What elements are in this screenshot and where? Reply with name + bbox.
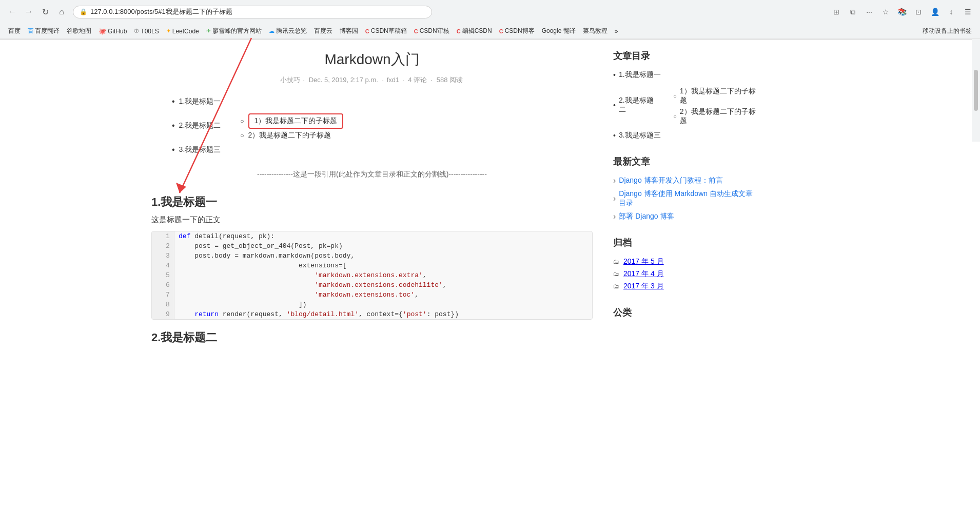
bookmark-github[interactable]: 🐙GitHub: [95, 27, 130, 36]
home-button[interactable]: ⌂: [54, 5, 69, 19]
archive-link-3[interactable]: 2017 年 3 月: [623, 282, 664, 291]
nav-buttons: ← → ↻ ⌂: [5, 5, 69, 19]
account-button[interactable]: 👤: [928, 5, 942, 19]
browser-chrome: ← → ↻ ⌂ 🔒 ⊞ ⧉ ··· ☆ 📚 ⊡ 👤 ↕ ☰ 百度 百百度翻译 谷…: [0, 0, 980, 40]
bookmark-edit-csdn[interactable]: C编辑CSDN: [454, 26, 495, 36]
line-num-9: 9: [152, 309, 174, 319]
code-line-9: return render(request, 'blog/detail.html…: [174, 309, 592, 319]
refresh-button[interactable]: ↻: [38, 5, 52, 19]
bookmark-baidu-translate[interactable]: 百百度翻译: [25, 26, 63, 36]
author-link[interactable]: fxd1: [387, 76, 400, 84]
bookmark-csdn-review[interactable]: CCSDN审核: [411, 26, 453, 36]
toc-item-1: 1.我是标题一: [172, 97, 572, 106]
bookmark-t00ls[interactable]: ⑦T00LS: [131, 27, 162, 36]
bookmark-mobile[interactable]: 移动设备上的书签: [919, 26, 975, 36]
code-line-row: 4 extensions=[: [152, 261, 592, 270]
bookmark-tencent[interactable]: ☁腾讯云总览: [266, 26, 310, 36]
archive-icon-2: 🗂: [613, 270, 619, 278]
archive-link-2[interactable]: 2017 年 4 月: [623, 269, 664, 279]
archive-icon-3: 🗂: [613, 283, 619, 290]
bookmark-baidu[interactable]: 百度: [5, 26, 24, 36]
forward-button[interactable]: →: [22, 5, 36, 19]
star-button[interactable]: ☆: [878, 5, 893, 19]
archive-link-1[interactable]: 2017 年 5 月: [623, 257, 664, 266]
library-button[interactable]: 📚: [895, 5, 909, 19]
sidebar-toc-item-3: 3.我是标题三: [613, 131, 757, 140]
toc-item-2-1: 1）我是标题二下的子标题: [240, 113, 343, 129]
bookmark-more[interactable]: »: [612, 27, 621, 36]
sidebar-toc-item-2-1: 1）我是标题二下的子标题: [673, 87, 757, 105]
back-button[interactable]: ←: [5, 5, 19, 19]
extensions-button[interactable]: ⊞: [829, 5, 844, 19]
bookmark-bokeyuan[interactable]: 博客园: [337, 26, 361, 36]
bookmark-google-maps[interactable]: 谷歌地图: [64, 26, 94, 36]
bookmark-csdn-blog[interactable]: CCSDN博客: [496, 26, 538, 36]
overflow-button[interactable]: ☰: [961, 5, 975, 19]
code-line-6: 'markdown.extensions.codehilite',: [174, 280, 592, 290]
sidebar-toc-title: 文章目录: [613, 50, 757, 64]
read-count: 588 阅读: [437, 76, 463, 84]
code-line-row: 3 post.body = markdown.markdown(post.bod…: [152, 251, 592, 261]
meta-separator-3: ·: [402, 76, 406, 84]
meta-separator-4: ·: [431, 76, 435, 84]
menu-button[interactable]: ···: [862, 5, 876, 19]
sidebar-categories-section: 公类: [613, 306, 757, 321]
toc-link-2-2[interactable]: 2）我是标题二下的子标题: [248, 131, 331, 140]
sidebar-archives-title: 归档: [613, 237, 757, 251]
sidebar-toc-link-3[interactable]: 3.我是标题三: [619, 131, 661, 140]
meta-separator-1: ·: [303, 76, 306, 84]
sidebar-toc-item-2-2: 2）我是标题二下的子标题: [673, 107, 757, 126]
code-line-row: 6 'markdown.extensions.codehilite',: [152, 280, 592, 290]
section-2-title: 2.我是标题二: [151, 330, 593, 345]
sync-button[interactable]: ↕: [944, 5, 958, 19]
article-date: Dec. 5, 2019, 2:17 p.m.: [309, 76, 378, 84]
toc-link-3[interactable]: 3.我是标题三: [179, 145, 221, 154]
toc-link-2[interactable]: 2.我是标题二: [179, 121, 221, 130]
archive-icon-1: 🗂: [613, 258, 619, 265]
toc-link-2-1[interactable]: 1）我是标题二下的子标题: [254, 116, 338, 125]
sidebar-toc-link-2[interactable]: 2.我是标题二: [619, 96, 658, 114]
recent-article-link-2[interactable]: Django 博客使用 Markdown 自动生成文章目录: [619, 189, 757, 208]
address-input[interactable]: [90, 8, 425, 16]
bookmark-liao[interactable]: ✈廖雪峰的官方网站: [203, 26, 265, 36]
section-1-text: 这是标题一下的正文: [151, 215, 593, 225]
toc-item-3: 3.我是标题三: [172, 145, 572, 154]
code-line-row: 2 post = get_object_or_404(Post, pk=pk): [152, 241, 592, 251]
toc-link-1[interactable]: 1.我是标题一: [179, 97, 221, 106]
bookmark-runoob[interactable]: 菜鸟教程: [580, 26, 611, 36]
recent-article-link-1[interactable]: Django 博客开发入门教程：前言: [619, 176, 722, 185]
code-line-row: 5 'markdown.extensions.extra',: [152, 270, 592, 280]
code-line-3: post.body = markdown.markdown(post.body,: [174, 251, 592, 261]
article-toc: 1.我是标题一 2.我是标题二 1）我是标题二下的子标题 2）我是标题二下的子标…: [172, 97, 572, 154]
bookmark-google-translate[interactable]: Google 翻译: [539, 26, 579, 36]
divider-quote: ---------------这是一段引用(此处作为文章目录和正文的分割线)--…: [151, 165, 593, 184]
address-bar-container[interactable]: 🔒: [73, 6, 432, 18]
split-view-button[interactable]: ⧉: [846, 5, 860, 19]
sidebar-toc-link-2-1[interactable]: 1）我是标题二下的子标题: [680, 87, 757, 105]
recent-article-3: 部署 Django 博客: [613, 212, 757, 221]
sidebar-toc-link-2-2[interactable]: 2）我是标题二下的子标题: [680, 107, 757, 126]
section-1-title: 1.我是标题一: [151, 194, 593, 210]
sidebar-toc-item-2: 2.我是标题二 1）我是标题二下的子标题 2）我是标题二下的子标题: [613, 83, 757, 128]
toc-item-2: 2.我是标题二 1）我是标题二下的子标题 2）我是标题二下的子标题: [172, 109, 572, 142]
archive-item-3: 🗂 2017 年 3 月: [613, 282, 757, 291]
code-line-2: post = get_object_or_404(Post, pk=pk): [174, 241, 592, 251]
main-content: Markdown入门 小技巧 · Dec. 5, 2019, 2:17 p.m.…: [151, 50, 593, 350]
line-num-5: 5: [152, 270, 174, 280]
recent-article-2: Django 博客使用 Markdown 自动生成文章目录: [613, 189, 757, 208]
sidebar-toc-section: 文章目录 1.我是标题一 2.我是标题二 1）我是标题二下的子标题 2）我是标题…: [613, 50, 757, 140]
browser-toolbar-right: ⊞ ⧉ ··· ☆ 📚 ⊡ 👤 ↕ ☰: [829, 5, 975, 19]
bookmark-leetcode[interactable]: ✦LeetCode: [163, 27, 202, 36]
containers-button[interactable]: ⊡: [911, 5, 926, 19]
sidebar-toc-item-1: 1.我是标题一: [613, 70, 757, 80]
sidebar-toc-link-1[interactable]: 1.我是标题一: [619, 70, 661, 80]
code-line-7: 'markdown.extensions.toc',: [174, 290, 592, 300]
recent-article-link-3[interactable]: 部署 Django 博客: [619, 212, 674, 221]
toc-item-2-2: 2）我是标题二下的子标题: [240, 131, 343, 140]
bookmark-baidu-cloud[interactable]: 百度云: [311, 26, 336, 36]
category-link[interactable]: 小技巧: [280, 76, 300, 84]
bookmark-csdn-draft[interactable]: CCSDN草稿箱: [362, 26, 410, 36]
scrollbar-thumb[interactable]: [974, 70, 978, 111]
code-line-5: 'markdown.extensions.extra',: [174, 270, 592, 280]
meta-separator-2: ·: [382, 76, 385, 84]
